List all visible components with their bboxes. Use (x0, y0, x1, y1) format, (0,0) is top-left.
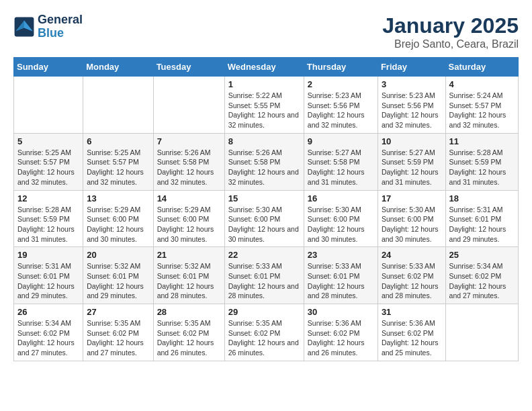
day-number: 9 (308, 136, 374, 146)
day-info: Sunrise: 5:30 AMSunset: 6:00 PMDaylight:… (308, 205, 374, 244)
day-cell: 25Sunrise: 5:34 AMSunset: 6:02 PMDayligh… (445, 247, 518, 304)
day-cell: 16Sunrise: 5:30 AMSunset: 6:00 PMDayligh… (304, 190, 378, 247)
day-info: Sunrise: 5:33 AMSunset: 6:01 PMDaylight:… (228, 261, 300, 301)
day-number: 31 (382, 307, 442, 317)
logo-text: General Blue (38, 13, 83, 40)
day-number: 2 (308, 79, 374, 89)
day-cell (153, 77, 224, 134)
day-info: Sunrise: 5:31 AMSunset: 6:01 PMDaylight:… (449, 205, 515, 244)
logo-icon (13, 16, 35, 38)
header-cell-friday: Friday (378, 58, 445, 77)
day-info: Sunrise: 5:26 AMSunset: 5:58 PMDaylight:… (228, 148, 300, 187)
day-number: 29 (228, 307, 300, 317)
day-cell: 1Sunrise: 5:22 AMSunset: 5:55 PMDaylight… (224, 77, 304, 134)
calendar-header: SundayMondayTuesdayWednesdayThursdayFrid… (14, 58, 519, 77)
day-number: 24 (382, 250, 442, 260)
logo: General Blue (13, 13, 83, 40)
day-cell: 31Sunrise: 5:36 AMSunset: 6:02 PMDayligh… (378, 304, 445, 361)
week-row-5: 26Sunrise: 5:34 AMSunset: 6:02 PMDayligh… (14, 304, 519, 361)
day-info: Sunrise: 5:30 AMSunset: 6:00 PMDaylight:… (382, 205, 442, 244)
day-cell: 23Sunrise: 5:33 AMSunset: 6:01 PMDayligh… (304, 247, 378, 304)
day-number: 13 (87, 193, 149, 203)
day-cell: 6Sunrise: 5:25 AMSunset: 5:57 PMDaylight… (83, 133, 153, 190)
day-cell: 19Sunrise: 5:31 AMSunset: 6:01 PMDayligh… (14, 247, 83, 304)
day-info: Sunrise: 5:30 AMSunset: 6:00 PMDaylight:… (228, 205, 300, 244)
day-number: 12 (17, 193, 79, 203)
day-cell: 3Sunrise: 5:23 AMSunset: 5:56 PMDaylight… (378, 77, 445, 134)
calendar-title: January 2025 (382, 13, 519, 38)
day-info: Sunrise: 5:25 AMSunset: 5:57 PMDaylight:… (87, 148, 149, 187)
day-number: 17 (382, 193, 442, 203)
day-info: Sunrise: 5:32 AMSunset: 6:01 PMDaylight:… (157, 261, 221, 301)
day-cell: 10Sunrise: 5:27 AMSunset: 5:59 PMDayligh… (378, 133, 445, 190)
day-info: Sunrise: 5:27 AMSunset: 5:58 PMDaylight:… (308, 148, 374, 187)
day-number: 18 (449, 193, 515, 203)
day-info: Sunrise: 5:34 AMSunset: 6:02 PMDaylight:… (449, 261, 515, 301)
calendar-body: 1Sunrise: 5:22 AMSunset: 5:55 PMDaylight… (14, 77, 519, 361)
day-cell: 26Sunrise: 5:34 AMSunset: 6:02 PMDayligh… (14, 304, 83, 361)
calendar-table: SundayMondayTuesdayWednesdayThursdayFrid… (13, 57, 519, 361)
day-number: 15 (228, 193, 300, 203)
day-info: Sunrise: 5:22 AMSunset: 5:55 PMDaylight:… (228, 91, 300, 130)
day-cell: 5Sunrise: 5:25 AMSunset: 5:57 PMDaylight… (14, 133, 83, 190)
day-cell: 4Sunrise: 5:24 AMSunset: 5:57 PMDaylight… (445, 77, 518, 134)
day-cell: 8Sunrise: 5:26 AMSunset: 5:58 PMDaylight… (224, 133, 304, 190)
day-info: Sunrise: 5:26 AMSunset: 5:58 PMDaylight:… (157, 148, 221, 187)
day-cell: 24Sunrise: 5:33 AMSunset: 6:02 PMDayligh… (378, 247, 445, 304)
day-cell: 20Sunrise: 5:32 AMSunset: 6:01 PMDayligh… (83, 247, 153, 304)
day-cell: 9Sunrise: 5:27 AMSunset: 5:58 PMDaylight… (304, 133, 378, 190)
calendar-subtitle: Brejo Santo, Ceara, Brazil (382, 38, 519, 50)
header-row: SundayMondayTuesdayWednesdayThursdayFrid… (14, 58, 519, 77)
day-number: 5 (17, 136, 79, 146)
header-cell-sunday: Sunday (14, 58, 83, 77)
week-row-1: 1Sunrise: 5:22 AMSunset: 5:55 PMDaylight… (14, 77, 519, 134)
header-cell-saturday: Saturday (445, 58, 518, 77)
day-number: 7 (157, 136, 221, 146)
header-cell-monday: Monday (83, 58, 153, 77)
day-cell: 15Sunrise: 5:30 AMSunset: 6:00 PMDayligh… (224, 190, 304, 247)
day-cell: 17Sunrise: 5:30 AMSunset: 6:00 PMDayligh… (378, 190, 445, 247)
day-cell: 30Sunrise: 5:36 AMSunset: 6:02 PMDayligh… (304, 304, 378, 361)
day-number: 14 (157, 193, 221, 203)
day-cell: 21Sunrise: 5:32 AMSunset: 6:01 PMDayligh… (153, 247, 224, 304)
week-row-4: 19Sunrise: 5:31 AMSunset: 6:01 PMDayligh… (14, 247, 519, 304)
day-number: 4 (449, 79, 515, 89)
day-info: Sunrise: 5:23 AMSunset: 5:56 PMDaylight:… (382, 91, 442, 130)
day-number: 25 (449, 250, 515, 260)
day-info: Sunrise: 5:33 AMSunset: 6:01 PMDaylight:… (308, 261, 374, 301)
day-number: 8 (228, 136, 300, 146)
day-info: Sunrise: 5:35 AMSunset: 6:02 PMDaylight:… (157, 318, 221, 358)
week-row-3: 12Sunrise: 5:28 AMSunset: 5:59 PMDayligh… (14, 190, 519, 247)
day-cell (83, 77, 153, 134)
day-number: 6 (87, 136, 149, 146)
day-cell: 29Sunrise: 5:35 AMSunset: 6:02 PMDayligh… (224, 304, 304, 361)
day-number: 3 (382, 79, 442, 89)
day-cell: 12Sunrise: 5:28 AMSunset: 5:59 PMDayligh… (14, 190, 83, 247)
day-cell: 7Sunrise: 5:26 AMSunset: 5:58 PMDaylight… (153, 133, 224, 190)
day-number: 30 (308, 307, 374, 317)
day-cell: 22Sunrise: 5:33 AMSunset: 6:01 PMDayligh… (224, 247, 304, 304)
day-info: Sunrise: 5:28 AMSunset: 5:59 PMDaylight:… (449, 148, 515, 187)
day-number: 20 (87, 250, 149, 260)
day-number: 1 (228, 79, 300, 89)
header-cell-wednesday: Wednesday (224, 58, 304, 77)
day-info: Sunrise: 5:29 AMSunset: 6:00 PMDaylight:… (87, 205, 149, 244)
day-number: 21 (157, 250, 221, 260)
day-number: 22 (228, 250, 300, 260)
header-cell-thursday: Thursday (304, 58, 378, 77)
day-cell: 28Sunrise: 5:35 AMSunset: 6:02 PMDayligh… (153, 304, 224, 361)
day-cell (445, 304, 518, 361)
day-info: Sunrise: 5:27 AMSunset: 5:59 PMDaylight:… (382, 148, 442, 187)
day-cell: 14Sunrise: 5:29 AMSunset: 6:00 PMDayligh… (153, 190, 224, 247)
day-info: Sunrise: 5:34 AMSunset: 6:02 PMDaylight:… (17, 318, 79, 358)
day-number: 10 (382, 136, 442, 146)
day-number: 23 (308, 250, 374, 260)
day-cell (14, 77, 83, 134)
day-info: Sunrise: 5:23 AMSunset: 5:56 PMDaylight:… (308, 91, 374, 130)
day-info: Sunrise: 5:35 AMSunset: 6:02 PMDaylight:… (228, 318, 300, 358)
day-info: Sunrise: 5:32 AMSunset: 6:01 PMDaylight:… (87, 261, 149, 301)
header: General Blue January 2025 Brejo Santo, C… (13, 13, 519, 50)
day-number: 28 (157, 307, 221, 317)
day-info: Sunrise: 5:36 AMSunset: 6:02 PMDaylight:… (308, 318, 374, 358)
day-info: Sunrise: 5:28 AMSunset: 5:59 PMDaylight:… (17, 205, 79, 244)
